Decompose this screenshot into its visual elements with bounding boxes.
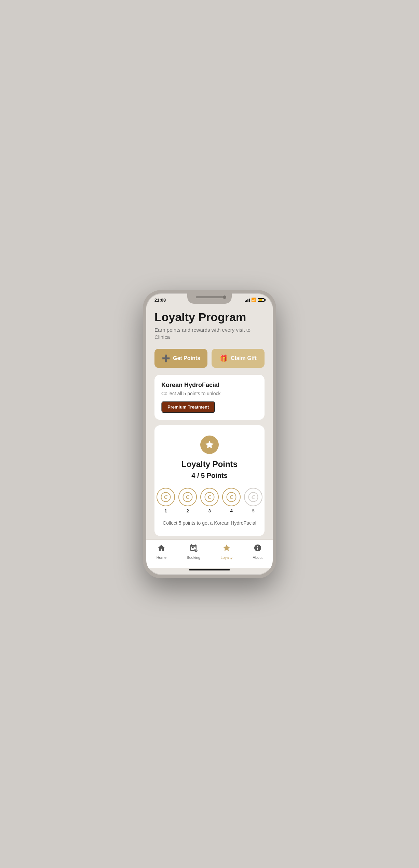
home-indicator	[189, 569, 230, 570]
nav-label-loyalty: Loyalty	[220, 555, 232, 560]
home-icon	[157, 544, 165, 554]
loyalty-icon	[222, 544, 231, 554]
point-circle-2: C	[178, 488, 197, 506]
point-num-5: 5	[252, 508, 254, 513]
svg-text:+: +	[195, 549, 197, 552]
notch-camera	[223, 295, 226, 299]
signal-icon	[245, 298, 250, 302]
page-title: Loyalty Program	[154, 311, 265, 323]
treatment-title: Korean HydroFacial	[161, 382, 258, 389]
point-item-2: C 2	[178, 488, 197, 513]
treatment-subtitle: Collect all 5 points to unlock	[161, 391, 258, 396]
phone-frame: 21:08 📶 Loyalty Program Earn points and …	[143, 290, 276, 578]
point-item-5: C 5	[244, 488, 262, 513]
points-circles: C 1 C 2	[161, 488, 258, 513]
svg-text:C: C	[164, 494, 168, 500]
claim-gift-label: Claim Gift	[231, 355, 257, 361]
gift-icon: 🎁	[219, 354, 228, 362]
nav-label-booking: Booking	[187, 555, 200, 560]
loyalty-card: Loyalty Points 4 / 5 Points C 1	[154, 425, 265, 536]
point-circle-1: C	[157, 488, 175, 506]
point-item-3: C 3	[200, 488, 219, 513]
booking-icon: +	[189, 544, 198, 554]
point-num-3: 3	[208, 508, 211, 513]
point-num-2: 2	[186, 508, 189, 513]
phone-notch	[187, 293, 232, 304]
point-circle-3: C	[200, 488, 219, 506]
svg-text:C: C	[186, 494, 190, 500]
star-badge	[200, 436, 219, 454]
get-points-label: Get Points	[173, 355, 200, 361]
nav-label-about: About	[253, 555, 263, 560]
nav-item-booking[interactable]: + Booking	[181, 542, 206, 561]
screen: Loyalty Program Earn points and rewards …	[146, 304, 273, 570]
star-icon	[205, 440, 214, 450]
status-icons: 📶	[245, 298, 265, 302]
about-icon	[254, 544, 262, 554]
screen-content: Loyalty Program Earn points and rewards …	[146, 304, 273, 539]
point-circle-4: C	[222, 488, 241, 506]
action-buttons: ➕ Get Points 🎁 Claim Gift	[154, 349, 265, 368]
svg-text:C: C	[252, 494, 255, 500]
page-subtitle: Earn points and rewards with every visit…	[154, 326, 265, 341]
bottom-nav: Home + Booking	[146, 539, 273, 568]
claim-gift-button[interactable]: 🎁 Claim Gift	[212, 349, 265, 368]
point-num-1: 1	[164, 508, 167, 513]
premium-treatment-button[interactable]: Premium Treatment	[161, 401, 215, 413]
notch-bar	[196, 296, 223, 298]
point-item-1: C 1	[157, 488, 175, 513]
battery-icon	[258, 298, 265, 302]
treatment-card: Korean HydroFacial Collect all 5 points …	[154, 375, 265, 420]
loyalty-points-display: 4 / 5 Points	[161, 472, 258, 480]
svg-text:C: C	[230, 494, 233, 500]
wifi-icon: 📶	[251, 298, 256, 302]
svg-text:C: C	[208, 494, 212, 500]
status-time: 21:08	[154, 298, 166, 303]
point-num-4: 4	[230, 508, 232, 513]
plus-icon: ➕	[162, 354, 170, 362]
nav-item-loyalty[interactable]: Loyalty	[215, 542, 238, 561]
point-circle-5: C	[244, 488, 262, 506]
nav-label-home: Home	[157, 555, 166, 560]
loyalty-footer: Collect 5 points to get a Korean HydroFa…	[161, 520, 258, 526]
nav-item-home[interactable]: Home	[151, 542, 172, 561]
get-points-button[interactable]: ➕ Get Points	[154, 349, 207, 368]
point-item-4: C 4	[222, 488, 241, 513]
loyalty-title: Loyalty Points	[161, 459, 258, 469]
nav-item-about[interactable]: About	[247, 542, 268, 561]
